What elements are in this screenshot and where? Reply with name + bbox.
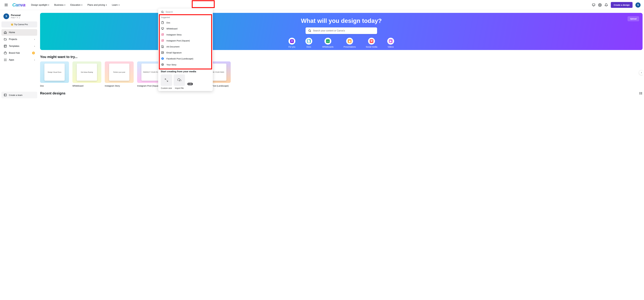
apps-grid-icon (4, 58, 7, 61)
chevron-right-icon: › (34, 59, 35, 61)
brand-hub-icon (4, 51, 7, 55)
hero-search-input[interactable]: Search your content or Canva's (306, 27, 377, 34)
chevron-down-icon: ▾ (82, 4, 82, 6)
notifications-bell-icon[interactable] (604, 3, 608, 7)
desktop-app-icon[interactable] (592, 3, 595, 7)
settings-gear-icon[interactable] (598, 3, 602, 7)
svg-point-25 (640, 94, 640, 94)
category-for-you[interactable]: ✦ For you (288, 38, 296, 48)
sidebar-item-templates[interactable]: Templates › (2, 43, 37, 49)
menu-label: Business (54, 4, 64, 6)
canva-logo[interactable]: Canva (12, 2, 25, 7)
video-icon: ▶ (389, 39, 392, 43)
menu-business[interactable]: Business ▾ (54, 4, 65, 6)
svg-point-21 (640, 92, 640, 93)
template-card-doc[interactable]: Design Visual Docs Doc (40, 61, 69, 87)
timer-badge: 6.0S (187, 83, 193, 85)
user-avatar[interactable]: S (636, 2, 640, 7)
image-icon (161, 51, 164, 54)
chevron-right-icon: › (641, 71, 642, 74)
whiteboard-icon (161, 27, 164, 30)
suggested-your-story[interactable]: Your Story (158, 62, 213, 68)
suggested-instagram-post[interactable]: Instagram Post (Square) (158, 38, 213, 44)
cloud-upload-icon (178, 78, 181, 82)
menu-learn[interactable]: Learn ▾ (112, 4, 120, 6)
svg-line-46 (167, 80, 168, 82)
svg-point-27 (162, 11, 163, 13)
primary-menu: Design spotlight ▾ Business ▾ Education … (31, 4, 120, 6)
hero-title: What will you design today? (40, 13, 642, 24)
chevron-right-icon: › (34, 38, 35, 40)
svg-point-14 (4, 61, 5, 61)
svg-rect-7 (4, 52, 6, 54)
file-icon (161, 45, 164, 48)
svg-point-15 (5, 61, 6, 61)
workspace-subtitle: Free • 1 (11, 16, 20, 19)
template-card-whiteboard[interactable]: Get ideas flowing Whiteboard (72, 61, 101, 87)
import-file-button[interactable] (174, 74, 185, 86)
svg-point-11 (4, 60, 5, 60)
svg-point-43 (162, 64, 164, 66)
sidebar-item-projects[interactable]: Projects › (2, 36, 37, 43)
templates-icon (4, 45, 7, 48)
svg-point-9 (5, 59, 6, 59)
suggested-email-signature[interactable]: Email Signature (158, 50, 213, 56)
resize-icon (164, 78, 168, 82)
custom-size-button[interactable] (161, 74, 172, 86)
facebook-icon (161, 57, 164, 60)
sidebar-item-home[interactable]: Home (2, 29, 37, 36)
svg-point-16 (6, 61, 6, 61)
person-icon (16, 17, 18, 18)
category-videos[interactable]: ▶ Videos (387, 38, 394, 48)
hero-banner: Upload What will you design today? Searc… (40, 13, 642, 50)
suggested-whiteboard[interactable]: Whiteboard (158, 25, 213, 31)
category-whiteboards[interactable]: ▭ Whiteboards (322, 38, 334, 48)
menu-plans-pricing[interactable]: Plans and pricing ▾ (88, 4, 107, 6)
svg-point-34 (163, 34, 164, 34)
category-docs[interactable]: 📄 Docs (306, 38, 312, 48)
list-view-toggle[interactable] (639, 92, 642, 95)
card-title: Doc (40, 85, 69, 87)
menu-toggle-button[interactable] (4, 2, 9, 7)
upload-button[interactable]: Upload (628, 16, 639, 21)
sidebar-item-apps[interactable]: Apps › (2, 57, 37, 63)
create-design-dropdown: Search Suggested Doc Whiteboard Instagra… (158, 8, 213, 91)
menu-education[interactable]: Education ▾ (70, 4, 82, 6)
svg-point-41 (162, 52, 162, 52)
story-icon (161, 63, 164, 66)
home-icon (4, 31, 7, 34)
svg-line-45 (165, 79, 166, 80)
recent-designs-heading: Recent designs (40, 91, 66, 95)
scroll-right-button[interactable]: › (639, 70, 642, 75)
sidebar-item-label: Templates (9, 45, 19, 47)
sidebar-item-brand-hub[interactable]: Brand Hub ✦ (2, 50, 37, 56)
doc-icon (161, 21, 164, 24)
svg-point-19 (309, 30, 310, 31)
category-social-media[interactable]: ❤ Social media (366, 38, 377, 48)
suggested-a4-document[interactable]: A4 Document (158, 44, 213, 50)
instagram-icon (161, 33, 164, 36)
team-icon (4, 93, 7, 97)
workspace-switcher[interactable]: S Personal Free • 1 (2, 12, 37, 20)
svg-point-23 (640, 93, 640, 93)
suggested-facebook-post[interactable]: Facebook Post (Landscape) (158, 56, 213, 62)
create-team-button[interactable]: Create a team (2, 92, 37, 98)
create-design-button[interactable]: Create a design (611, 2, 632, 8)
menu-label: Learn (112, 4, 118, 6)
chevron-down-icon: ▾ (64, 4, 65, 6)
whiteboard-icon: ▭ (326, 39, 330, 43)
dropdown-suggested-label: Suggested (158, 15, 213, 19)
dropdown-search-input[interactable]: Search (158, 8, 213, 15)
svg-point-3 (17, 17, 18, 17)
try-pro-button[interactable]: 👑 Try Canva Pro (2, 21, 37, 27)
category-presentations[interactable]: ▣ Presentations (344, 38, 356, 48)
svg-rect-29 (162, 27, 164, 29)
chevron-down-icon: ▾ (106, 4, 107, 6)
suggested-instagram-story[interactable]: Instagram Story (158, 31, 213, 38)
menu-design-spotlight[interactable]: Design spotlight ▾ (31, 4, 49, 6)
template-card-instagram-story[interactable]: Perfect your post Instagram Story (105, 61, 134, 87)
heart-icon: ❤ (370, 39, 374, 43)
suggested-doc[interactable]: Doc (158, 19, 213, 25)
menu-label: Education (70, 4, 80, 6)
svg-rect-0 (592, 4, 595, 5)
